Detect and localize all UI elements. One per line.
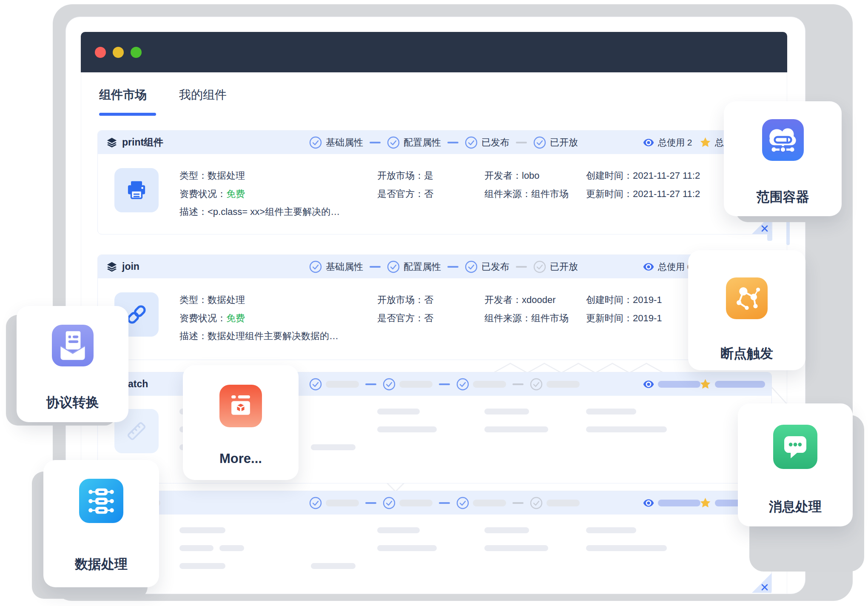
skeleton-line bbox=[484, 426, 548, 432]
floating-card-label: 协议转换 bbox=[46, 394, 99, 412]
check-icon bbox=[456, 497, 469, 509]
check-icon bbox=[465, 260, 478, 273]
layers-icon bbox=[106, 261, 117, 272]
step-label: 已开放 bbox=[550, 136, 578, 149]
card-header bbox=[98, 491, 771, 515]
step-connector bbox=[370, 266, 381, 268]
floating-card-label: 数据处理 bbox=[75, 555, 128, 573]
floating-card-data-processing[interactable]: 数据处理 bbox=[43, 460, 159, 587]
cloud-network-icon bbox=[762, 119, 804, 161]
field-open-market: 开放市场：否 bbox=[377, 294, 433, 306]
usage-meta bbox=[643, 372, 700, 396]
skeleton-line bbox=[377, 409, 420, 414]
step-label: 基础属性 bbox=[326, 260, 363, 273]
field-source: 组件来源：组件市场 bbox=[484, 312, 569, 325]
skeleton-line bbox=[586, 527, 636, 533]
component-card-join[interactable]: join 基础属性 配置属性 已发布 已开放 总使用 bbox=[97, 254, 772, 360]
usage-meta bbox=[643, 491, 700, 515]
progress-steps: 基础属性 配置属性 已发布 已开放 bbox=[309, 131, 578, 154]
skeleton-line bbox=[311, 563, 356, 569]
check-icon bbox=[387, 136, 400, 149]
step-label-placeholder bbox=[326, 500, 359, 506]
field-type: 类型：数据处理 bbox=[179, 169, 245, 182]
step-label: 配置属性 bbox=[404, 260, 441, 273]
skeleton-line bbox=[586, 426, 667, 432]
step-label-placeholder bbox=[399, 381, 433, 388]
step-label: 基础属性 bbox=[326, 136, 363, 149]
field-type: 类型：数据处理 bbox=[179, 294, 245, 306]
step-label-placeholder bbox=[326, 381, 359, 388]
floating-card-label: 断点触发 bbox=[720, 345, 773, 363]
usage-meta: 总使用 6 bbox=[643, 255, 692, 278]
card-header: print组件 基础属性 配置属性 已发布 已开放 bbox=[98, 131, 771, 154]
check-icon bbox=[309, 497, 322, 509]
check-icon bbox=[530, 497, 543, 509]
step-connector bbox=[439, 383, 450, 385]
step-label: 已发布 bbox=[481, 260, 509, 273]
field-developer: 开发者：lobo bbox=[484, 169, 540, 182]
titlebar bbox=[81, 32, 787, 72]
skeleton-line bbox=[377, 545, 437, 551]
skeleton-line bbox=[586, 545, 667, 551]
floating-card-breakpoint-trigger[interactable]: 断点触发 bbox=[688, 250, 805, 370]
skeleton-line bbox=[179, 563, 225, 569]
close-icon[interactable] bbox=[761, 583, 768, 591]
skeleton-line bbox=[586, 409, 636, 414]
minimize-window-button[interactable] bbox=[113, 47, 124, 58]
field-updated: 更新时间：2019-1 bbox=[586, 312, 662, 325]
usage-placeholder bbox=[658, 500, 700, 506]
component-card-print[interactable]: print组件 基础属性 配置属性 已发布 已开放 bbox=[97, 130, 772, 234]
field-fee: 资费状况：免费 bbox=[179, 188, 245, 200]
step-label: 已发布 bbox=[481, 136, 509, 149]
progress-steps-skeleton bbox=[309, 372, 580, 396]
field-created: 创建时间：2019-1 bbox=[586, 294, 662, 306]
star-icon bbox=[700, 378, 711, 390]
check-icon bbox=[383, 497, 396, 509]
field-fee: 资费状况：免费 bbox=[179, 312, 245, 325]
field-description: 描述：数据处理组件主要解决数据的… bbox=[179, 330, 339, 343]
step-connector bbox=[516, 142, 527, 143]
progress-steps: 基础属性 配置属性 已发布 已开放 bbox=[309, 255, 578, 278]
close-window-button[interactable] bbox=[95, 47, 106, 58]
floating-card-scope-container[interactable]: 范围容器 bbox=[724, 101, 842, 216]
check-icon bbox=[309, 260, 322, 273]
field-created: 创建时间：2021-11-27 11:2 bbox=[586, 169, 700, 182]
check-icon bbox=[383, 378, 396, 391]
step-connector bbox=[439, 502, 450, 504]
step-label-placeholder bbox=[546, 500, 580, 506]
rating-meta bbox=[700, 372, 765, 396]
check-icon bbox=[387, 260, 400, 273]
step-label-placeholder bbox=[399, 500, 433, 506]
eye-icon bbox=[643, 261, 654, 272]
link-icon bbox=[125, 303, 148, 326]
step-connector bbox=[447, 266, 458, 268]
progress-steps-skeleton bbox=[309, 491, 580, 515]
ruler-icon bbox=[125, 419, 148, 443]
maximize-window-button[interactable] bbox=[131, 47, 142, 58]
floating-card-more[interactable]: More... bbox=[183, 365, 299, 480]
eye-icon bbox=[643, 497, 654, 509]
usage-count: 总使用 6 bbox=[658, 261, 692, 273]
step-label-placeholder bbox=[473, 381, 506, 388]
field-source: 组件来源：组件市场 bbox=[484, 188, 569, 200]
skeleton-line bbox=[484, 545, 548, 551]
check-icon bbox=[533, 260, 546, 273]
printer-icon bbox=[125, 179, 148, 201]
component-card-skeleton[interactable] bbox=[97, 491, 772, 594]
usage-placeholder bbox=[658, 381, 700, 388]
floating-card-protocol-conversion[interactable]: 协议转换 bbox=[17, 306, 128, 422]
usage-count: 总使用 2 bbox=[658, 137, 692, 149]
skeleton-line bbox=[377, 426, 437, 432]
data-pipeline-icon bbox=[79, 479, 123, 523]
step-connector bbox=[516, 266, 527, 268]
check-icon bbox=[309, 378, 322, 391]
step-connector bbox=[365, 383, 376, 385]
chat-bubble-icon bbox=[773, 425, 817, 469]
card-header: join 基础属性 配置属性 已发布 已开放 总使用 bbox=[98, 255, 771, 278]
floating-card-label: 消息处理 bbox=[769, 498, 822, 516]
floating-card-message-processing[interactable]: 消息处理 bbox=[738, 403, 853, 526]
skeleton-line bbox=[179, 527, 225, 533]
close-icon[interactable] bbox=[761, 225, 768, 232]
usage-meta: 总使用 2 bbox=[643, 131, 692, 154]
field-updated: 更新时间：2021-11-27 11:2 bbox=[586, 188, 700, 200]
